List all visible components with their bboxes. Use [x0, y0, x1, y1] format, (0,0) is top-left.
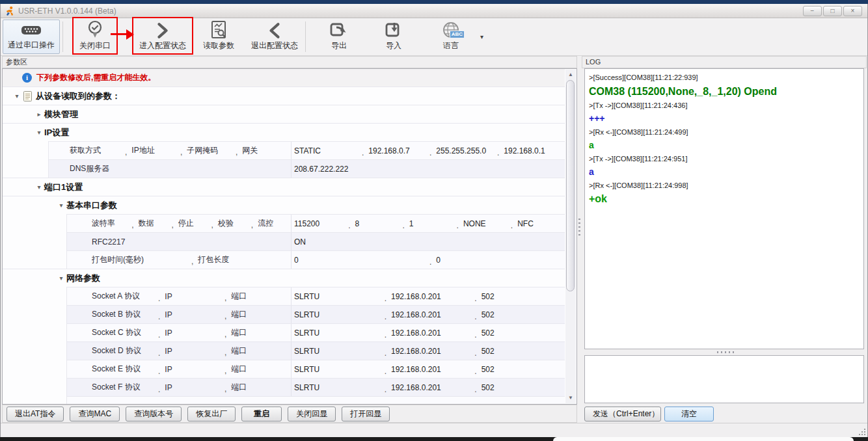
- param-row-values[interactable]: 11520081NONENFC: [291, 215, 565, 232]
- tree-section-row[interactable]: ▾端口1设置: [3, 178, 565, 196]
- param-value[interactable]: 1: [402, 219, 456, 228]
- param-value[interactable]: 192.168.0.201: [385, 347, 475, 356]
- param-value[interactable]: 0: [429, 256, 565, 265]
- clear-button[interactable]: 清空: [664, 407, 714, 421]
- param-row[interactable]: 波特率数据停止校验流控11520081NONENFC: [66, 214, 565, 232]
- expand-arrow-icon[interactable]: ▾: [12, 92, 22, 100]
- param-value[interactable]: SLRTU: [294, 365, 385, 374]
- toolbar-button-4[interactable]: 读取参数: [198, 20, 239, 54]
- footer-button-5[interactable]: 重启: [241, 407, 282, 421]
- param-value[interactable]: 192.168.0.201: [385, 328, 475, 338]
- param-row-values[interactable]: SLRTU192.168.0.201502: [291, 287, 565, 305]
- param-row[interactable]: 获取方式IP地址子网掩码网关STATIC192.168.0.7255.255.2…: [48, 141, 565, 159]
- expand-arrow-icon[interactable]: ▸: [34, 111, 44, 118]
- minimize-button[interactable]: −: [803, 6, 822, 16]
- expand-arrow-icon[interactable]: ▾: [34, 183, 44, 191]
- log-output[interactable]: >[Success][COM38][11:21:22:939]COM38 (11…: [584, 68, 864, 349]
- param-value[interactable]: NONE: [457, 219, 511, 228]
- param-row[interactable]: 打包时间(毫秒)打包长度00: [66, 250, 565, 269]
- param-row[interactable]: Socket D 协议IP端口SLRTU192.168.0.201502: [66, 341, 565, 360]
- scrollbar-thumb[interactable]: [566, 80, 575, 291]
- expand-arrow-icon[interactable]: ▾: [56, 202, 66, 209]
- param-value[interactable]: SLRTU: [294, 328, 385, 338]
- toolbar-overflow-icon[interactable]: ▾: [480, 33, 483, 40]
- param-row-values[interactable]: SLRTU192.168.0.201502: [291, 324, 565, 341]
- footer-button-3[interactable]: 查询版本号: [126, 407, 182, 421]
- param-value[interactable]: 502: [474, 328, 565, 338]
- param-row[interactable]: RFC2217ON: [66, 232, 565, 250]
- param-value[interactable]: 502: [474, 292, 565, 301]
- maximize-button[interactable]: □: [823, 6, 842, 16]
- param-row[interactable]: Socket C 协议IP端口SLRTU192.168.0.201502: [66, 323, 565, 341]
- param-row-values[interactable]: ON: [291, 233, 565, 250]
- footer-button-1[interactable]: 退出AT指令: [7, 407, 64, 421]
- param-row[interactable]: DNS服务器208.67.222.222: [48, 159, 565, 178]
- param-value[interactable]: 115200: [294, 219, 348, 228]
- param-value[interactable]: STATIC: [294, 146, 362, 155]
- param-value[interactable]: NFC: [511, 219, 565, 228]
- param-value[interactable]: 192.168.0.201: [385, 383, 475, 392]
- tree-section-row[interactable]: ▸模块管理: [3, 105, 565, 123]
- param-value[interactable]: 502: [474, 383, 565, 392]
- toolbar-button-3[interactable]: 进入配置状态: [135, 20, 191, 54]
- param-value[interactable]: 0: [294, 256, 429, 265]
- param-value[interactable]: 192.168.0.1: [497, 146, 565, 155]
- tree-section-row[interactable]: ▾IP设置: [3, 123, 565, 141]
- horizontal-splitter[interactable]: [582, 349, 867, 355]
- param-value[interactable]: 192.168.0.201: [385, 310, 475, 319]
- scroll-down-icon[interactable]: ▼: [565, 393, 576, 403]
- toolbar-button-1[interactable]: 通过串口操作: [3, 20, 60, 54]
- param-value[interactable]: 208.67.222.222: [294, 165, 565, 174]
- toolbar-button-6[interactable]: 导出: [319, 20, 359, 54]
- param-value[interactable]: 8: [348, 219, 402, 228]
- send-button[interactable]: 发送（Ctrl+Enter）: [584, 407, 661, 421]
- param-row-values[interactable]: SLRTU192.168.0.201502: [291, 306, 565, 323]
- param-row-values[interactable]: SLRTU192.168.0.201502: [291, 360, 565, 378]
- param-label: IP: [158, 347, 224, 356]
- param-value[interactable]: 192.168.0.7: [362, 146, 429, 155]
- toolbar-button-8[interactable]: ABC语言: [431, 20, 471, 54]
- tree-section-row[interactable]: ▾网络参数: [3, 269, 565, 287]
- param-value[interactable]: ON: [294, 237, 565, 247]
- footer-button-7[interactable]: 打开回显: [342, 407, 390, 421]
- footer-button-6[interactable]: 关闭回显: [288, 407, 336, 421]
- param-value[interactable]: 502: [474, 310, 565, 319]
- param-value[interactable]: 192.168.0.201: [385, 292, 475, 301]
- param-row-values[interactable]: SLRTU192.168.0.201502: [291, 379, 565, 396]
- close-button[interactable]: ×: [843, 6, 862, 16]
- vertical-splitter[interactable]: [577, 56, 582, 423]
- param-row-values[interactable]: SLRTU192.168.0.201502: [291, 342, 565, 360]
- toolbar-button-7[interactable]: 导入: [373, 20, 414, 54]
- scroll-up-icon[interactable]: ▲: [565, 70, 576, 80]
- param-value[interactable]: SLRTU: [294, 347, 385, 356]
- doc-search-icon: [210, 20, 227, 40]
- log-line-rx: a: [589, 139, 860, 152]
- param-value[interactable]: 502: [474, 365, 565, 374]
- expand-arrow-icon[interactable]: ▾: [56, 274, 66, 282]
- param-row[interactable]: [66, 396, 565, 404]
- param-row-values[interactable]: STATIC192.168.0.7255.255.255.0192.168.0.…: [291, 142, 565, 159]
- param-row-values[interactable]: 00: [291, 251, 565, 269]
- param-value[interactable]: 192.168.0.201: [385, 365, 475, 374]
- resize-grip-icon[interactable]: [859, 429, 865, 435]
- toolbar-button-5[interactable]: 退出配置状态: [247, 20, 303, 54]
- param-row-values[interactable]: [291, 397, 565, 404]
- param-row[interactable]: Socket E 协议IP端口SLRTU192.168.0.201502: [66, 360, 565, 378]
- param-value[interactable]: SLRTU: [294, 383, 385, 392]
- param-value[interactable]: SLRTU: [294, 292, 385, 301]
- param-value[interactable]: 255.255.255.0: [429, 146, 497, 155]
- param-value[interactable]: 502: [474, 347, 565, 356]
- param-row[interactable]: Socket B 协议IP端口SLRTU192.168.0.201502: [66, 305, 565, 323]
- tree-section-row[interactable]: ▾基本串口参数: [3, 196, 565, 214]
- param-scrollbar[interactable]: ▲ ▼: [565, 70, 576, 403]
- send-input[interactable]: [584, 355, 864, 403]
- tree-root-row[interactable]: ▾从设备读取到的参数：: [3, 87, 565, 105]
- expand-arrow-icon[interactable]: ▾: [34, 129, 44, 136]
- param-value[interactable]: SLRTU: [294, 310, 385, 319]
- param-row[interactable]: Socket F 协议IP端口SLRTU192.168.0.201502: [66, 378, 565, 396]
- toolbar-button-2[interactable]: 关闭串口: [75, 20, 115, 54]
- footer-button-2[interactable]: 查询MAC: [70, 407, 120, 421]
- param-row[interactable]: Socket A 协议IP端口SLRTU192.168.0.201502: [66, 287, 565, 305]
- footer-button-4[interactable]: 恢复出厂: [187, 407, 236, 421]
- param-row-values[interactable]: 208.67.222.222: [291, 160, 565, 178]
